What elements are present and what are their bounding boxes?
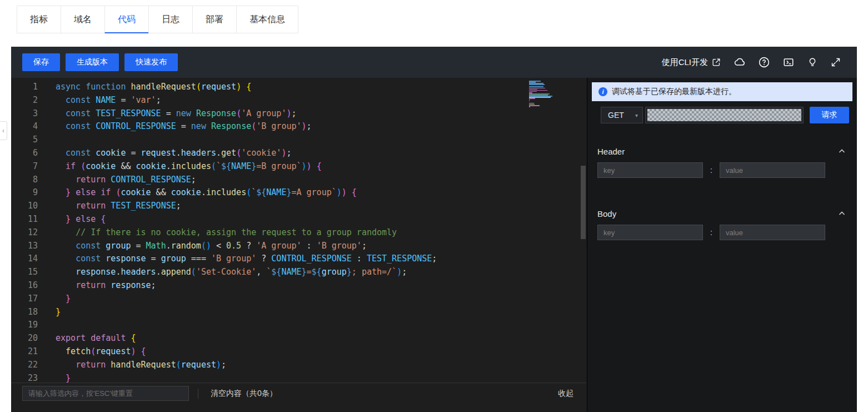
- request-url-input[interactable]: [645, 107, 804, 123]
- tab-code[interactable]: 代码: [104, 6, 149, 33]
- line-number: 2: [11, 94, 38, 107]
- code-editor[interactable]: 1async function handleRequest(request) {…: [11, 78, 587, 383]
- debug-panel: 调试将基于已保存的最新版本进行。 GET 请求 Header:Body:: [587, 78, 857, 412]
- section-title: Body: [597, 209, 616, 219]
- code-line[interactable]: 20export default {: [11, 332, 587, 345]
- code-line[interactable]: 6 const cookie = request.headers.get('co…: [11, 147, 587, 160]
- chevron-down-icon: [635, 112, 638, 118]
- code-line[interactable]: 16 return response;: [11, 279, 587, 292]
- code-line-text: if (cookie && cookie.includes(`${NAME}=B…: [56, 161, 322, 171]
- code-line[interactable]: 11 } else {: [11, 213, 587, 226]
- colon-separator: :: [703, 228, 720, 237]
- code-line[interactable]: 4 const CONTROL_RESPONSE = new Response(…: [11, 120, 587, 133]
- line-number: 17: [11, 292, 38, 306]
- cli-dev-link[interactable]: 使用CLI开发: [662, 57, 721, 68]
- request-button[interactable]: 请求: [810, 107, 849, 123]
- code-line[interactable]: 8 return CONTROL_RESPONSE;: [11, 173, 587, 187]
- code-line[interactable]: 15 response.headers.append('Set-Cookie',…: [11, 266, 587, 279]
- editor-scrollbar[interactable]: [581, 166, 586, 239]
- line-number: 4: [11, 120, 38, 133]
- code-line[interactable]: 13 const group = Math.random() < 0.5 ? '…: [11, 240, 587, 253]
- info-icon: [598, 87, 607, 96]
- workspace: 保存 生成版本 快速发布 使用CLI开发: [11, 47, 857, 412]
- divider: [198, 389, 198, 399]
- code-line-text: }: [56, 307, 61, 317]
- kv-row: :: [587, 225, 857, 240]
- chevron-up-icon[interactable]: [837, 209, 846, 218]
- minimap-line: [529, 106, 530, 107]
- external-link-icon: [711, 57, 721, 67]
- code-line-text: return handleRequest(request);: [56, 360, 226, 370]
- line-number: 20: [11, 332, 38, 345]
- tab-metrics[interactable]: 指标: [17, 6, 61, 33]
- code-line[interactable]: 22 return handleRequest(request);: [11, 359, 587, 372]
- minimap[interactable]: [529, 81, 570, 107]
- url-redacted: [647, 109, 801, 121]
- code-line[interactable]: 12 // If there is no cookie, assign the …: [11, 226, 587, 240]
- tab-domains[interactable]: 域名: [61, 6, 105, 33]
- code-line-text: const CONTROL_RESPONSE = new Response('B…: [56, 121, 312, 131]
- code-line[interactable]: 18}: [11, 306, 587, 319]
- header-key-input[interactable]: [597, 162, 703, 178]
- code-line-text: const response = group === 'B group' ? C…: [56, 254, 437, 264]
- line-number: 10: [11, 200, 38, 213]
- code-line[interactable]: 23 }: [11, 372, 587, 383]
- code-line[interactable]: 5: [11, 133, 587, 147]
- code-line-text: const group = Math.random() < 0.5 ? 'A g…: [56, 241, 367, 251]
- console-icon[interactable]: [782, 56, 795, 68]
- generate-version-button[interactable]: 生成版本: [66, 53, 119, 71]
- code-line-text: export default {: [56, 333, 136, 343]
- tab-basic-info[interactable]: 基本信息: [236, 6, 298, 33]
- toolbar: 保存 生成版本 快速发布 使用CLI开发: [11, 47, 857, 78]
- bulb-icon[interactable]: [807, 57, 818, 68]
- fullscreen-icon[interactable]: [830, 57, 841, 68]
- collapse-button[interactable]: 收起: [558, 389, 573, 399]
- cli-dev-label: 使用CLI开发: [662, 57, 708, 68]
- code-line[interactable]: 21 fetch(request) {: [11, 345, 587, 359]
- code-line[interactable]: 9 } else if (cookie && cookie.includes(`…: [11, 186, 587, 200]
- code-line-text: return CONTROL_RESPONSE;: [56, 175, 196, 185]
- line-number: 19: [11, 319, 38, 332]
- debug-notice: 调试将基于已保存的最新版本进行。: [592, 82, 852, 101]
- kv-row: :: [587, 162, 857, 178]
- save-button[interactable]: 保存: [22, 53, 60, 71]
- code-line[interactable]: 1async function handleRequest(request) {: [11, 81, 587, 94]
- method-select[interactable]: GET: [601, 107, 643, 123]
- filter-input[interactable]: [22, 386, 189, 401]
- help-icon[interactable]: [758, 56, 770, 68]
- code-line[interactable]: 3 const TEST_RESPONSE = new Response('A …: [11, 107, 587, 121]
- cloud-sync-icon[interactable]: [734, 56, 746, 68]
- line-number: 18: [11, 306, 38, 319]
- code-line[interactable]: 17 }: [11, 292, 587, 306]
- code-line[interactable]: 10 return TEST_RESPONSE;: [11, 200, 587, 213]
- section-head: Header: [587, 145, 857, 158]
- code-line[interactable]: 14 const response = group === 'B group' …: [11, 252, 587, 266]
- page: 指标域名代码日志部署基本信息 保存 生成版本 快速发布 使用CLI开发: [0, 0, 868, 412]
- chevron-up-icon[interactable]: [837, 147, 846, 156]
- debug-sections: Header:Body:: [587, 136, 857, 260]
- tab-deploy[interactable]: 部署: [192, 6, 237, 33]
- code-line-text: } else {: [56, 214, 106, 224]
- tab-logs[interactable]: 日志: [148, 6, 193, 33]
- code-line[interactable]: 2 const NAME = 'var';: [11, 94, 587, 107]
- body-value-input[interactable]: [720, 225, 825, 240]
- code-line-text: const NAME = 'var';: [56, 95, 161, 105]
- line-number: 13: [11, 240, 38, 253]
- line-number: 22: [11, 359, 38, 372]
- debug-notice-text: 调试将基于已保存的最新版本进行。: [612, 87, 736, 97]
- line-number: 5: [11, 133, 38, 147]
- minimap-line: [529, 105, 540, 106]
- code-line[interactable]: 7 if (cookie && cookie.includes(`${NAME}…: [11, 160, 587, 173]
- quick-publish-button[interactable]: 快速发布: [124, 53, 178, 71]
- debug-section-header: Header:: [587, 136, 857, 178]
- clear-content-button[interactable]: 清空内容（共0条）: [211, 389, 277, 399]
- line-number: 9: [11, 186, 38, 200]
- line-number: 8: [11, 173, 38, 187]
- line-number: 1: [11, 81, 38, 94]
- section-title: Header: [597, 147, 625, 156]
- code-line-text: } else if (cookie && cookie.includes(`${…: [56, 187, 357, 197]
- left-panel-toggle[interactable]: [0, 121, 7, 140]
- code-line[interactable]: 19: [11, 319, 587, 332]
- header-value-input[interactable]: [720, 162, 825, 178]
- body-key-input[interactable]: [597, 225, 703, 240]
